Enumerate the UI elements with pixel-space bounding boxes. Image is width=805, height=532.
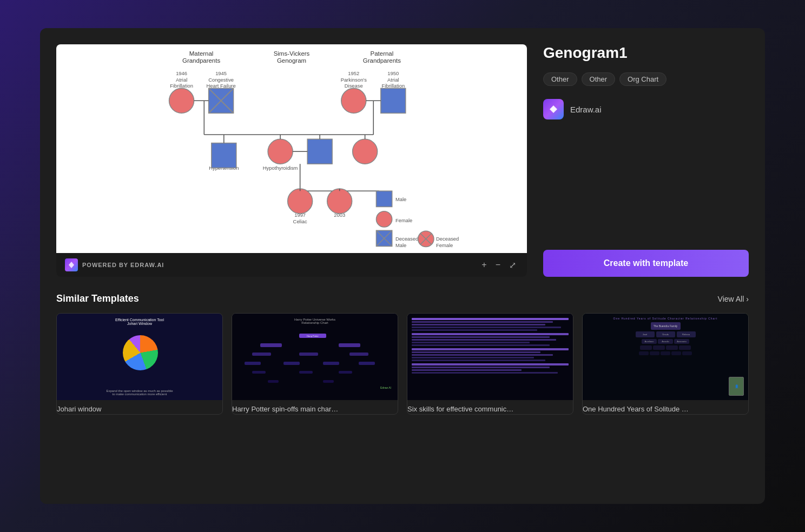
spacer	[543, 130, 749, 239]
template-label-2: Six skills for effective communic…	[407, 404, 573, 414]
svg-text:Maternal: Maternal	[189, 50, 214, 57]
edraw-logo-small	[65, 258, 78, 271]
template-label-0: Johari window	[57, 404, 222, 414]
svg-text:Parkinson's: Parkinson's	[341, 77, 367, 83]
svg-text:Female: Female	[436, 243, 453, 248]
svg-point-9	[169, 88, 194, 113]
template-title: Genogram1	[543, 44, 749, 62]
similar-header: Similar Templates View All ›	[56, 293, 749, 304]
create-with-template-button[interactable]: Create with template	[543, 250, 749, 277]
johari-mini: Efficient Communication ToolJohari Windo…	[57, 314, 222, 400]
svg-text:1950: 1950	[387, 71, 399, 76]
svg-text:Celiac: Celiac	[293, 219, 307, 224]
tag-0[interactable]: Other	[543, 72, 577, 86]
template-thumb-0: Efficient Communication ToolJohari Windo…	[57, 314, 222, 400]
svg-rect-24	[381, 88, 406, 113]
template-label-3: One Hundred Years of Solitude …	[583, 404, 748, 414]
templates-grid: Efficient Communication ToolJohari Windo…	[56, 313, 749, 415]
svg-text:Deceased: Deceased	[395, 236, 418, 242]
svg-point-53	[288, 189, 313, 214]
svg-text:Genogram: Genogram	[277, 57, 306, 64]
template-thumb-3: One Hundred Years of Solitude Character …	[583, 314, 748, 400]
view-all-label: View All	[718, 295, 744, 303]
svg-text:Grandparents: Grandparents	[182, 57, 220, 64]
svg-text:Atrial: Atrial	[387, 77, 399, 83]
powered-by: POWERED BY EDRAW.AI	[65, 258, 164, 271]
svg-text:Atrial: Atrial	[176, 77, 187, 83]
svg-text:Female: Female	[395, 218, 412, 223]
tags-container: Other Other Org Chart	[543, 72, 749, 86]
main-window: Sims-Vickers Genogram Maternal Grandpare…	[40, 28, 765, 504]
template-card-0[interactable]: Efficient Communication ToolJohari Windo…	[56, 313, 223, 415]
svg-point-37	[268, 139, 293, 164]
preview-controls: + − ⤢	[479, 258, 518, 272]
genogram-diagram: Sims-Vickers Genogram Maternal Grandpare…	[56, 44, 527, 253]
powered-by-text: POWERED BY EDRAW.AI	[82, 262, 164, 268]
similar-section: Similar Templates View All › Efficient C…	[56, 293, 749, 488]
svg-text:Sims-Vickers: Sims-Vickers	[274, 50, 310, 57]
svg-text:Deceased: Deceased	[436, 236, 459, 242]
svg-rect-32	[212, 143, 236, 168]
author-logo	[543, 99, 564, 119]
svg-point-46	[353, 139, 378, 164]
author-row: Edraw.ai	[543, 99, 749, 119]
svg-text:Male: Male	[395, 243, 406, 248]
tag-2[interactable]: Org Chart	[619, 72, 667, 86]
svg-text:1952: 1952	[348, 71, 359, 76]
template-thumb-2	[407, 314, 573, 400]
template-card-1[interactable]: Harry Potter Universe WorksRelationship …	[232, 313, 398, 415]
svg-text:Congestive: Congestive	[208, 77, 234, 83]
tag-1[interactable]: Other	[582, 72, 616, 86]
svg-text:Hypothyroidism: Hypothyroidism	[263, 165, 298, 171]
svg-text:1946: 1946	[176, 71, 187, 76]
template-label-1: Harry Potter spin-offs main char…	[232, 404, 398, 414]
template-card-2[interactable]: Six skills for effective communic…	[407, 313, 573, 415]
top-section: Sims-Vickers Genogram Maternal Grandpare…	[56, 44, 749, 277]
svg-point-20	[341, 88, 366, 113]
svg-text:Male: Male	[395, 197, 406, 202]
fullscreen-button[interactable]: ⤢	[507, 258, 518, 272]
info-panel: Genogram1 Other Other Org Chart Edraw.ai…	[543, 44, 749, 277]
preview-panel: Sims-Vickers Genogram Maternal Grandpare…	[56, 44, 527, 277]
svg-text:Paternal: Paternal	[371, 50, 394, 57]
svg-text:Grandparents: Grandparents	[363, 57, 401, 64]
svg-rect-59	[376, 191, 392, 207]
zoom-out-button[interactable]: −	[493, 258, 503, 272]
svg-point-61	[376, 211, 392, 227]
similar-title: Similar Templates	[56, 293, 139, 304]
author-name: Edraw.ai	[570, 105, 602, 114]
svg-point-57	[327, 189, 352, 214]
preview-footer: POWERED BY EDRAW.AI + − ⤢	[56, 253, 527, 277]
chevron-right-icon: ›	[746, 295, 749, 303]
zoom-in-button[interactable]: +	[479, 258, 489, 272]
template-thumb-1: Harry Potter Universe WorksRelationship …	[232, 314, 398, 400]
svg-text:1945: 1945	[215, 71, 227, 76]
preview-canvas: Sims-Vickers Genogram Maternal Grandpare…	[56, 44, 527, 253]
template-card-3[interactable]: One Hundred Years of Solitude Character …	[582, 313, 749, 415]
svg-rect-41	[307, 139, 332, 164]
view-all-button[interactable]: View All ›	[718, 295, 749, 303]
